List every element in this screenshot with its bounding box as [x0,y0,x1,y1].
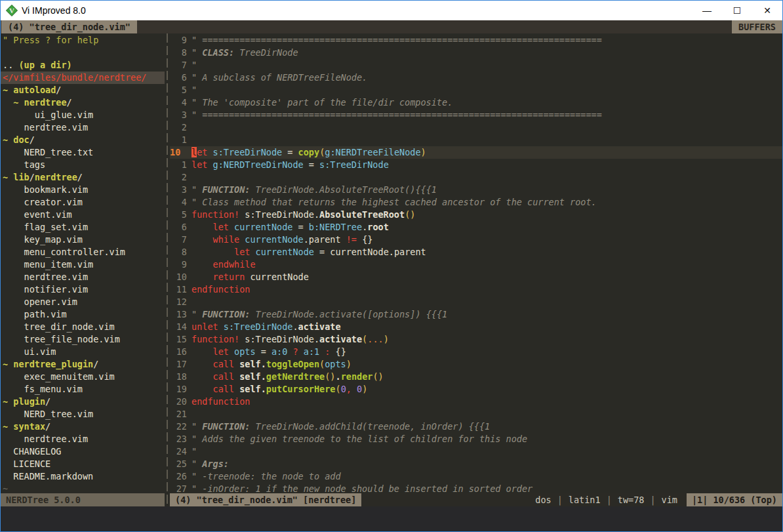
tree-item[interactable]: opener.vim [1,296,165,308]
tree-item[interactable]: ui.vim [1,346,165,358]
tree-item[interactable]: NERD_tree.vim [1,408,165,420]
code-token: unlet [191,321,218,332]
code-line[interactable]: 8 let currentNode = currentNode.parent [170,246,782,258]
tree-item[interactable]: nerdtree.vim [1,433,165,445]
tree-item[interactable]: flag_set.vim [1,221,165,234]
code-token: fs_menu.vim [3,383,83,396]
statusline-filename: (4) "tree_dir_node.vim" [nerdtree] [170,493,361,506]
code-line[interactable]: 25" Args: [170,458,782,470]
command-line[interactable] [1,506,782,531]
code-token: TreeDirNode.addChild(treenode, inOrder) … [250,421,490,432]
tree-item[interactable]: " Press ? for help [1,34,165,47]
tree-item[interactable]: CHANGELOG [1,445,165,458]
tree-item[interactable]: event.vim [1,209,165,221]
code-line[interactable]: 19 call self.putCursorHere(0, 0) [170,383,782,396]
tree-item[interactable]: menu_controller.vim [1,246,165,258]
tree-item[interactable]: ~ [1,483,165,493]
tree-item[interactable]: ~ lib/nerdtree/ [1,171,165,184]
code-line[interactable]: 3" =====================================… [170,109,782,121]
code-line[interactable]: 5" [170,84,782,96]
nerdtree-sidebar: " Press ? for help.. (up a dir)</vimfile… [1,33,165,506]
line-text: let g:NERDTreeDirNode = s:TreeDirNode [191,159,389,171]
tree-item[interactable]: nerdtree.vim [1,271,165,283]
maximize-button[interactable]: ☐ [722,1,752,20]
code-line[interactable]: 7 while currentNode.parent != {} [170,234,782,246]
code-line[interactable]: 11endfunction [170,283,782,296]
code-token: FUNCTION: [202,184,250,195]
tree-root-item[interactable]: </vimfiles/bundle/nerdtree/ [1,72,165,84]
code-line[interactable]: 2 [170,171,782,184]
code-line[interactable]: 9" =====================================… [170,34,782,47]
code-line[interactable]: 15function! s:TreeDirNode.activate(...) [170,333,782,346]
code-token: / [30,171,35,184]
code-token: {} [330,346,346,357]
code-line[interactable]: 8" CLASS: TreeDirNode [170,47,782,59]
code-line[interactable]: 24" [170,445,782,458]
minimize-button[interactable]: — [692,1,722,20]
tree-item[interactable]: ~ syntax/ [1,420,165,433]
code-line[interactable]: 2 [170,121,782,134]
code-line[interactable]: 13" FUNCTION: TreeDirNode.activate([opti… [170,308,782,321]
tree-item[interactable]: ~ nerdtree/ [1,96,165,109]
code-line[interactable]: 16 let opts = a:0 ? a:1 : {} [170,346,782,358]
code-line[interactable]: 10 return currentNode [170,271,782,283]
code-token [3,96,13,109]
buffers-tab[interactable]: BUFFERS [732,20,782,33]
code-line[interactable]: 14unlet s:TreeDirNode.activate [170,321,782,333]
line-number: 13 [170,308,187,321]
code-line[interactable]: 6 let currentNode = b:NERDTree.root [170,221,782,234]
tree-item[interactable]: fs_menu.vim [1,383,165,396]
line-number: 21 [170,408,187,420]
code-line[interactable]: 21 [170,408,782,420]
code-line[interactable]: 12 [170,296,782,308]
code-line-cursor[interactable]: 10let s:TreeDirNode = copy(g:NERDTreeFil… [170,146,782,159]
tree-item[interactable]: README.markdown [1,470,165,483]
tree-item[interactable]: tags [1,159,165,171]
tree-item[interactable]: nerdtree.vim [1,121,165,134]
code-line[interactable]: 5function! s:TreeDirNode.AbsoluteTreeRoo… [170,209,782,221]
tree-item[interactable]: menu_item.vim [1,258,165,271]
code-line[interactable]: 4" Class method that returns the highest… [170,196,782,209]
tree-item[interactable]: key_map.vim [1,234,165,246]
close-button[interactable]: ✕ [752,1,782,20]
line-number: 5 [170,209,187,221]
code-line[interactable]: 18 call self.getNerdtree().render() [170,371,782,383]
tree-item[interactable]: ~ doc/ [1,134,165,146]
tree-item[interactable]: tree_file_node.vim [1,333,165,346]
tree-item[interactable]: .. (up a dir) [1,59,165,72]
code-line[interactable]: 3" FUNCTION: TreeDirNode.AbsoluteTreeRoo… [170,184,782,196]
code-line[interactable]: 4" The 'composite' part of the file/dir … [170,96,782,109]
code-line[interactable]: 9 endwhile [170,258,782,271]
line-text: let currentNode = currentNode.parent [191,246,426,258]
tree-item[interactable]: creator.vim [1,196,165,209]
tree-item[interactable]: notifier.vim [1,283,165,296]
tree-item[interactable]: ui_glue.vim [1,109,165,121]
code-line[interactable]: 26" -treenode: the node to add [170,470,782,483]
code-token: ) [362,384,367,394]
code-line[interactable]: 7" [170,59,782,72]
tree-item[interactable]: bookmark.vim [1,184,165,196]
code-token: flag_set.vim [3,221,88,234]
code-line[interactable]: 27" -inOrder: 1 if the new node should b… [170,483,782,493]
code-line[interactable]: 23" Adds the given treenode to the list … [170,433,782,445]
tab-tree-dir-node[interactable]: (4) "tree_dir_node.vim" [1,20,137,33]
code-token [229,346,234,357]
tree-item[interactable]: ~ nerdtree_plugin/ [1,358,165,371]
tree-item[interactable]: exec_menuitem.vim [1,371,165,383]
code-line[interactable]: 6" A subclass of NERDTreeFileNode. [170,72,782,84]
code-token: = [282,147,298,157]
tree-item[interactable]: ~ autoload/ [1,84,165,96]
window-separator[interactable] [165,33,170,506]
code-line[interactable]: 20endfunction [170,396,782,408]
code-line[interactable]: 1let g:NERDTreeDirNode = s:TreeDirNode [170,159,782,171]
code-line[interactable]: 1 [170,134,782,146]
code-line[interactable]: 22" FUNCTION: TreeDirNode.addChild(treen… [170,420,782,433]
code-token: () [325,371,335,382]
tree-item[interactable]: ~ plugin/ [1,396,165,408]
tree-item[interactable]: tree_dir_node.vim [1,321,165,333]
tree-item[interactable]: NERD_tree.txt [1,146,165,159]
code-token: " -treenode: the node to add [191,471,341,481]
code-line[interactable]: 17 call self.toggleOpen(opts) [170,358,782,371]
tree-item[interactable]: LICENCE [1,458,165,470]
tree-item[interactable]: path.vim [1,308,165,321]
